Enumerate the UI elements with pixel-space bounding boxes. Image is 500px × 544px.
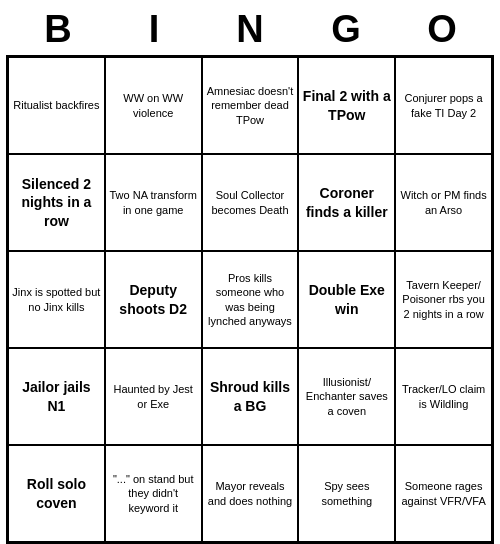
bingo-cell-5: Silenced 2 nights in a row bbox=[8, 154, 105, 251]
bingo-title: B I N G O bbox=[10, 0, 490, 55]
bingo-cell-11: Deputy shoots D2 bbox=[105, 251, 202, 348]
bingo-cell-18: Illusionist/ Enchanter saves a coven bbox=[298, 348, 395, 445]
bingo-cell-10: Jinx is spotted but no Jinx kills bbox=[8, 251, 105, 348]
bingo-cell-16: Haunted by Jest or Exe bbox=[105, 348, 202, 445]
bingo-cell-3: Final 2 with a TPow bbox=[298, 57, 395, 154]
title-i: I bbox=[114, 8, 194, 51]
bingo-cell-1: WW on WW violence bbox=[105, 57, 202, 154]
bingo-cell-14: Tavern Keeper/ Poisoner rbs you 2 nights… bbox=[395, 251, 492, 348]
bingo-cell-13: Double Exe win bbox=[298, 251, 395, 348]
bingo-cell-19: Tracker/LO claim is Wildling bbox=[395, 348, 492, 445]
bingo-cell-17: Shroud kills a BG bbox=[202, 348, 299, 445]
bingo-cell-7: Soul Collector becomes Death bbox=[202, 154, 299, 251]
bingo-grid: Ritualist backfiresWW on WW violenceAmne… bbox=[6, 55, 494, 544]
bingo-cell-8: Coroner finds a killer bbox=[298, 154, 395, 251]
bingo-cell-4: Conjurer pops a fake TI Day 2 bbox=[395, 57, 492, 154]
bingo-cell-9: Witch or PM finds an Arso bbox=[395, 154, 492, 251]
bingo-cell-20: Roll solo coven bbox=[8, 445, 105, 542]
title-o: O bbox=[402, 8, 482, 51]
title-n: N bbox=[210, 8, 290, 51]
bingo-cell-15: Jailor jails N1 bbox=[8, 348, 105, 445]
bingo-cell-2: Amnesiac doesn't remember dead TPow bbox=[202, 57, 299, 154]
title-g: G bbox=[306, 8, 386, 51]
bingo-cell-21: "..." on stand but they didn't keyword i… bbox=[105, 445, 202, 542]
bingo-cell-12: Pros kills someone who was being lynched… bbox=[202, 251, 299, 348]
title-b: B bbox=[18, 8, 98, 51]
bingo-cell-6: Two NA transform in one game bbox=[105, 154, 202, 251]
bingo-cell-24: Someone rages against VFR/VFA bbox=[395, 445, 492, 542]
bingo-cell-22: Mayor reveals and does nothing bbox=[202, 445, 299, 542]
bingo-cell-0: Ritualist backfires bbox=[8, 57, 105, 154]
bingo-cell-23: Spy sees something bbox=[298, 445, 395, 542]
